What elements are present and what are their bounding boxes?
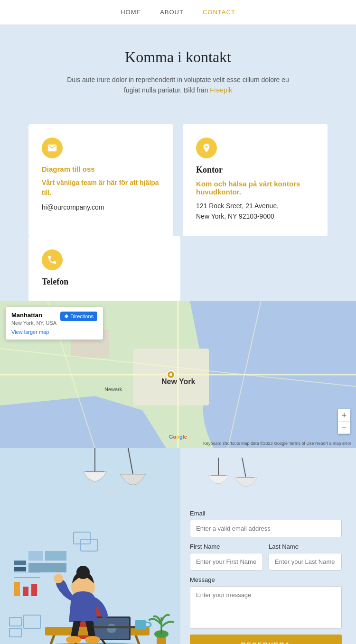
email-card-tagline: Vårt vänliga team är här för att hjälpa … <box>42 178 160 198</box>
lamp-illustration <box>57 448 180 510</box>
phone-icon-circle <box>42 249 63 270</box>
svg-point-46 <box>54 574 63 583</box>
map-popup-title: Manhattan <box>11 312 56 319</box>
map-section[interactable]: New York Newark Manhattan New York, NY, … <box>0 301 356 448</box>
map-popup-text: Manhattan New York, NY, USA View larger … <box>11 312 56 335</box>
svg-point-11 <box>169 373 172 376</box>
svg-rect-24 <box>45 551 66 561</box>
email-card: Diagram till oss Vårt vänliga team är hä… <box>28 124 173 236</box>
last-name-input[interactable] <box>269 553 342 570</box>
name-row: First Name Last Name <box>190 543 342 576</box>
map-container: New York Newark Manhattan New York, NY, … <box>0 301 356 448</box>
map-zoom-controls: + − <box>338 409 350 434</box>
form-section: Email First Name Last Name Message RESER… <box>0 448 356 644</box>
nav-about[interactable]: ABOUT <box>160 9 184 16</box>
nav-contact[interactable]: CONTACT <box>203 9 235 16</box>
map-popup: Manhattan New York, NY, USA View larger … <box>6 307 103 340</box>
email-input[interactable] <box>190 520 342 537</box>
office-address: 121 Rock Sreet, 21 Avenue, New York, NY … <box>196 201 314 222</box>
map-directions-button[interactable]: Directions <box>60 312 97 321</box>
person-illustration <box>0 513 180 644</box>
office-card: Kontor Kom och hälsa på vårt kontors huv… <box>183 124 328 236</box>
cards-section: Diagram till oss Vårt vänliga team är hä… <box>0 110 356 236</box>
svg-rect-25 <box>28 563 66 572</box>
svg-rect-21 <box>14 577 40 578</box>
email-icon <box>47 143 57 153</box>
last-name-label: Last Name <box>269 543 342 550</box>
hero-body: Duis aute irure dolor in reprehenderit i… <box>59 74 297 96</box>
svg-rect-29 <box>24 615 40 628</box>
submit-button[interactable]: RESERVERA <box>190 635 342 644</box>
svg-rect-19 <box>23 587 28 596</box>
svg-text:Newark: Newark <box>104 386 122 392</box>
form-lamp-decoration <box>190 458 275 505</box>
svg-line-54 <box>242 458 246 478</box>
hero-section: Komma i kontakt Duis aute irure dolor in… <box>0 25 356 110</box>
svg-rect-28 <box>9 617 21 626</box>
directions-label: Directions <box>70 313 94 319</box>
svg-rect-27 <box>14 567 26 571</box>
svg-line-37 <box>135 634 142 644</box>
svg-point-47 <box>66 636 81 644</box>
svg-rect-20 <box>31 584 37 596</box>
first-name-label: First Name <box>190 543 263 550</box>
map-zoom-out[interactable]: − <box>338 422 350 434</box>
contact-form: Email First Name Last Name Message RESER… <box>180 448 356 644</box>
location-icon-circle <box>196 138 217 158</box>
map-footer: Keyboard shortcuts Map data ©2023 Google… <box>203 441 351 446</box>
svg-rect-22 <box>14 572 40 573</box>
email-card-title: Diagram till oss <box>42 165 160 173</box>
svg-text:New York: New York <box>161 377 196 386</box>
nav-home[interactable]: HOME <box>121 9 141 16</box>
office-card-title: Kontor <box>196 165 314 175</box>
phone-section: Telefon <box>0 236 356 301</box>
hero-title: Komma i kontakt <box>38 48 318 66</box>
map-popup-subtitle: New York, NY, USA <box>11 320 56 326</box>
location-icon <box>201 143 212 153</box>
message-label: Message <box>190 576 342 583</box>
email-label: Email <box>190 510 342 517</box>
first-name-input[interactable] <box>190 553 263 570</box>
email-icon-circle <box>42 138 63 158</box>
svg-rect-26 <box>14 561 26 565</box>
phone-card-title: Telefon <box>42 277 167 287</box>
navbar: HOME ABOUT CONTACT <box>0 0 356 25</box>
svg-rect-18 <box>14 582 20 596</box>
svg-line-36 <box>47 634 55 644</box>
svg-point-45 <box>76 566 90 579</box>
form-illustration <box>0 448 180 644</box>
svg-rect-42 <box>88 626 135 628</box>
map-view-larger[interactable]: View larger map <box>11 329 56 335</box>
map-zoom-in[interactable]: + <box>338 409 350 422</box>
email-card-address: hi@ourcompany.com <box>42 203 160 211</box>
svg-rect-17 <box>81 539 97 551</box>
svg-rect-30 <box>9 628 21 637</box>
phone-icon <box>47 255 57 265</box>
svg-rect-23 <box>28 551 43 561</box>
svg-rect-16 <box>74 532 90 544</box>
phone-card: Telefon <box>28 236 180 301</box>
svg-rect-43 <box>135 620 146 629</box>
svg-point-48 <box>85 636 100 644</box>
google-logo: Google <box>169 434 187 440</box>
office-card-subtitle: Kom och hälsa på vårt kontors huvudkonto… <box>196 180 314 196</box>
freepik-link-hero[interactable]: Freepik <box>210 86 232 94</box>
svg-line-14 <box>128 448 133 474</box>
email-address: hi@ourcompany.com <box>42 203 104 211</box>
message-input[interactable] <box>190 586 342 629</box>
